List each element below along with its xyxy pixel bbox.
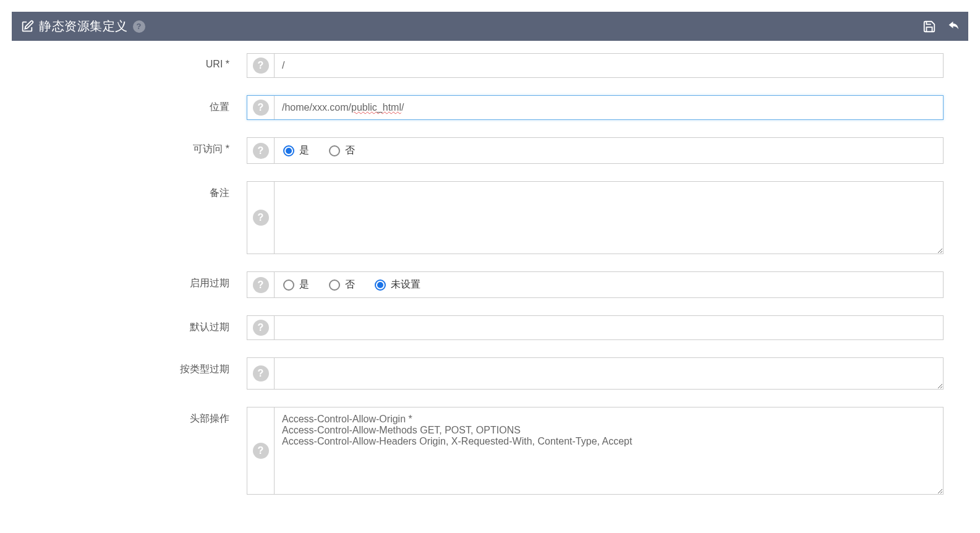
expire-unset-radio[interactable]: 未设置 [375,278,420,291]
label-default-expire: 默认过期 [12,315,247,334]
header-ops-textarea[interactable] [275,407,943,494]
expire-no-radio[interactable]: 否 [329,278,355,291]
location-input[interactable]: /home/xxx.com/public_html/ [275,96,943,119]
help-slot: ? [247,407,275,494]
radio-icon [283,145,294,156]
help-icon[interactable]: ? [253,100,269,116]
input-wrap-header-ops: ? [247,407,944,495]
location-prefix: /home/xxx.com/ [282,102,351,113]
field-slot [275,316,943,339]
help-icon[interactable]: ? [253,277,269,293]
help-slot: ? [247,96,275,119]
field-slot [275,407,943,494]
help-slot: ? [247,182,275,254]
accessible-no-radio[interactable]: 否 [329,144,355,157]
help-slot: ? [247,316,275,339]
radio-label: 否 [345,278,355,291]
default-expire-input[interactable] [275,316,943,339]
label-note: 备注 [12,181,247,200]
help-icon[interactable]: ? [253,365,269,382]
field-slot [275,54,943,77]
field-slot: /home/xxx.com/public_html/ [275,96,943,119]
help-icon[interactable]: ? [253,143,269,159]
radio-icon [283,279,294,291]
radio-icon [375,279,386,291]
row-enable-expire: 启用过期 ? 是 否 未设 [12,271,968,298]
row-default-expire: 默认过期 ? [12,315,968,340]
accessible-yes-radio[interactable]: 是 [283,144,309,157]
panel-body: URI * ? 位置 ? /home/xxx.com/public_html/ … [12,41,968,531]
help-icon[interactable]: ? [253,443,269,459]
field-slot: 是 否 [275,138,943,163]
label-uri: URI * [12,53,247,70]
row-expire-by-type: 按类型过期 ? [12,357,968,390]
enable-expire-radio-group: 是 否 未设置 [275,272,429,297]
radio-icon [329,145,340,156]
input-wrap-location: ? /home/xxx.com/public_html/ [247,95,944,120]
edit-icon [20,20,34,33]
field-slot [275,358,943,389]
input-wrap-uri: ? [247,53,944,78]
row-uri: URI * ? [12,53,968,78]
panel-heading-left: 静态资源集定义 ? [20,18,145,35]
panel-heading: 静态资源集定义 ? [12,12,968,41]
radio-label: 未设置 [391,278,420,291]
help-slot: ? [247,54,275,77]
radio-label: 是 [299,144,309,157]
radio-label: 否 [345,144,355,157]
input-wrap-default-expire: ? [247,315,944,340]
label-location: 位置 [12,95,247,114]
label-header-ops: 头部操作 [12,407,247,425]
input-wrap-enable-expire: ? 是 否 未设置 [247,271,944,298]
input-wrap-accessible: ? 是 否 [247,137,944,164]
input-wrap-note: ? [247,181,944,254]
label-expire-by-type: 按类型过期 [12,357,247,376]
help-slot: ? [247,138,275,163]
expire-yes-radio[interactable]: 是 [283,278,309,291]
location-misspelled: public_html [351,102,401,113]
location-suffix: / [401,102,404,113]
accessible-radio-group: 是 否 [275,138,364,163]
input-wrap-expire-by-type: ? [247,357,944,390]
help-slot: ? [247,272,275,297]
field-slot: 是 否 未设置 [275,272,943,297]
radio-label: 是 [299,278,309,291]
row-header-ops: 头部操作 ? [12,407,968,495]
help-icon[interactable]: ? [253,210,269,226]
panel-heading-right [922,20,960,33]
expire-by-type-textarea[interactable] [275,358,943,389]
field-slot [275,182,943,254]
help-icon[interactable]: ? [133,20,145,33]
label-enable-expire: 启用过期 [12,271,247,290]
back-button[interactable] [946,20,960,33]
save-button[interactable] [922,20,936,33]
row-accessible: 可访问 * ? 是 否 [12,137,968,164]
note-textarea[interactable] [275,182,943,254]
uri-input[interactable] [275,54,943,77]
radio-icon [329,279,340,291]
panel: 静态资源集定义 ? URI * ? [11,11,969,531]
label-accessible: 可访问 * [12,137,247,156]
row-note: 备注 ? [12,181,968,254]
help-icon[interactable]: ? [253,320,269,336]
panel-title: 静态资源集定义 [39,18,128,35]
help-icon[interactable]: ? [253,58,269,74]
row-location: 位置 ? /home/xxx.com/public_html/ [12,95,968,120]
help-slot: ? [247,358,275,389]
